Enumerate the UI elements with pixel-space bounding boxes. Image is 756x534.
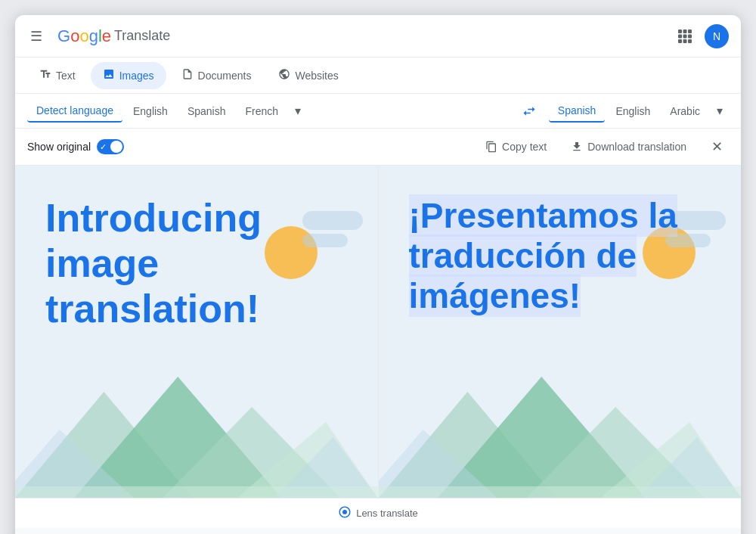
show-original-left: Show original ✓	[27, 139, 124, 154]
copy-text-btn[interactable]: Copy text	[479, 138, 553, 156]
images-tab-icon	[103, 68, 115, 83]
target-spanish-btn[interactable]: Spanish	[549, 100, 606, 123]
download-label: Download translation	[587, 141, 686, 153]
svg-rect-15	[15, 486, 378, 498]
lens-translate-label: Lens translate	[356, 508, 418, 519]
svg-rect-7	[683, 39, 687, 43]
footer-bar: Send feedback	[15, 528, 741, 534]
source-lang-more-icon[interactable]: ▾	[289, 99, 307, 123]
original-text: Introducing image translation!	[45, 196, 302, 331]
apps-grid-icon[interactable]	[671, 23, 699, 50]
original-image-panel: Introducing image translation!	[15, 166, 379, 498]
logo-g2: g	[89, 26, 98, 45]
logo-e: e	[102, 26, 111, 45]
hamburger-menu-icon[interactable]: ☰	[27, 25, 45, 48]
documents-tab-icon	[181, 68, 194, 83]
header: ☰ Google Translate	[15, 15, 741, 57]
svg-rect-0	[678, 29, 682, 33]
target-lang-more-icon[interactable]: ▾	[711, 99, 729, 123]
show-original-bar: Show original ✓ Copy text Download trans…	[15, 129, 741, 166]
cloud-2-original	[302, 234, 348, 247]
translated-image-panel: ¡Presentamos la traducción de imágenes!	[379, 166, 742, 498]
language-bar: Detect language English Spanish French ▾…	[15, 94, 741, 129]
logo-translate-text: Translate	[114, 28, 170, 44]
tab-images-label: Images	[119, 70, 154, 82]
svg-rect-1	[683, 29, 687, 33]
cloud-1-original	[302, 211, 363, 230]
target-arabic-btn[interactable]: Arabic	[661, 101, 709, 122]
tab-documents-label: Documents	[198, 70, 252, 82]
swap-languages-btn[interactable]	[516, 98, 543, 125]
tab-text[interactable]: Text	[27, 62, 88, 89]
svg-rect-4	[683, 34, 687, 38]
tab-bar: Text Images Documents Websites	[15, 57, 741, 94]
svg-rect-8	[688, 39, 692, 43]
mountains-original	[15, 346, 378, 498]
source-spanish-btn[interactable]: Spanish	[178, 101, 235, 122]
svg-rect-3	[678, 34, 682, 38]
original-image: Introducing image translation!	[15, 166, 378, 498]
websites-tab-icon	[278, 68, 290, 83]
show-original-label: Show original	[27, 141, 91, 153]
target-lang-group: Spanish English Arabic ▾	[549, 99, 729, 123]
copy-text-label: Copy text	[502, 141, 547, 153]
download-translation-btn[interactable]: Download translation	[565, 138, 692, 156]
svg-rect-2	[688, 29, 692, 33]
translated-text: ¡Presentamos la traducción de imágenes!	[409, 196, 681, 316]
lens-icon	[338, 505, 352, 522]
target-english-btn[interactable]: English	[606, 101, 659, 122]
logo-text: Google	[57, 26, 111, 46]
bottom-bar: Lens translate	[15, 498, 741, 528]
tab-websites-label: Websites	[295, 70, 338, 82]
tab-websites[interactable]: Websites	[266, 62, 350, 89]
show-original-toggle[interactable]: ✓	[97, 139, 124, 154]
svg-rect-5	[688, 34, 692, 38]
translated-text-span: ¡Presentamos la traducción de imágenes!	[409, 194, 677, 317]
svg-point-23	[342, 510, 347, 514]
app-window: ☰ Google Translate	[15, 15, 741, 534]
show-original-right: Copy text Download translation ✕	[479, 135, 729, 159]
logo-o1: o	[70, 26, 79, 45]
close-btn[interactable]: ✕	[705, 135, 729, 159]
toggle-check-icon: ✓	[100, 141, 107, 153]
translated-image: ¡Presentamos la traducción de imágenes!	[379, 166, 742, 498]
svg-rect-22	[379, 486, 742, 498]
detect-language-btn[interactable]: Detect language	[27, 100, 122, 123]
tab-documents[interactable]: Documents	[169, 62, 264, 89]
logo-o2: o	[79, 26, 88, 45]
logo-g: G	[57, 26, 70, 45]
text-tab-icon	[39, 68, 51, 83]
source-lang-group: Detect language English Spanish French ▾	[27, 99, 307, 123]
main-content: Introducing image translation!	[15, 166, 741, 498]
user-avatar[interactable]: N	[705, 24, 729, 48]
tab-images[interactable]: Images	[91, 62, 166, 89]
source-english-btn[interactable]: English	[124, 101, 177, 122]
source-french-btn[interactable]: French	[236, 101, 287, 122]
mountains-translated	[379, 346, 742, 498]
svg-rect-6	[678, 39, 682, 43]
header-icons: N	[671, 23, 729, 50]
google-logo: Google Translate	[57, 26, 170, 46]
tab-text-label: Text	[56, 70, 76, 82]
